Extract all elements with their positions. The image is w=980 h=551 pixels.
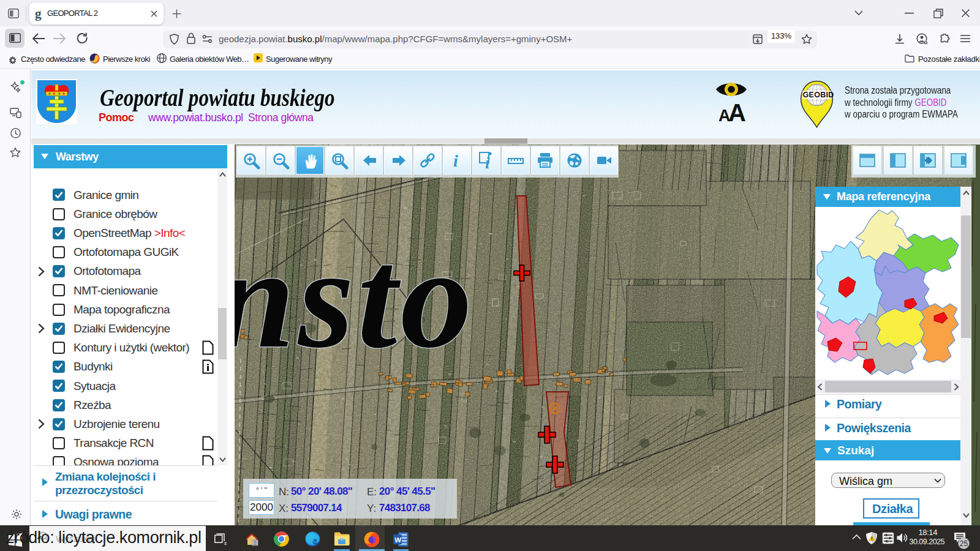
svg-text:nsto: nsto <box>235 219 475 378</box>
svg-text:A: A <box>728 99 746 122</box>
svg-text:i: i <box>453 151 458 170</box>
svg-text:W: W <box>394 536 401 544</box>
svg-text:i: i <box>485 154 490 170</box>
svg-text:GEOBID: GEOBID <box>803 91 834 99</box>
